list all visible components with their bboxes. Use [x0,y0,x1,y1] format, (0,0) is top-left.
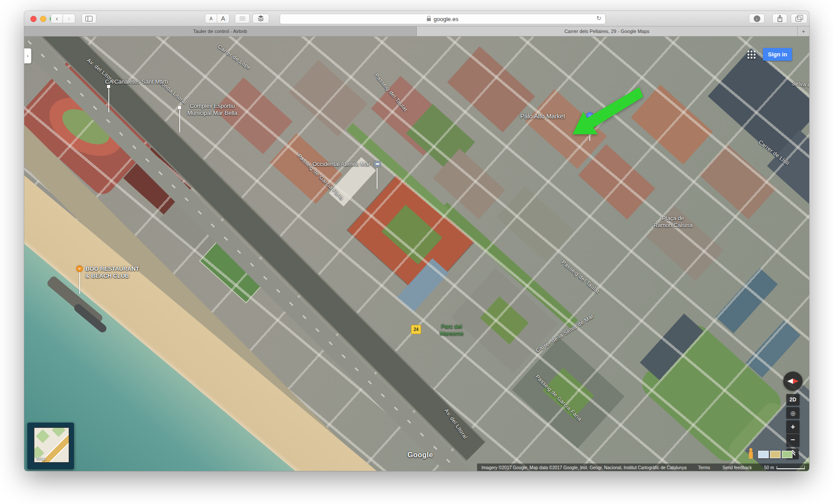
close-window-button[interactable] [30,16,37,22]
map-toggle-label: Map [37,456,46,461]
panel-expander-button[interactable]: › [24,48,31,63]
google-apps-button[interactable] [746,49,757,60]
layers-stack-icon [258,15,264,22]
ca-canaletes-marker-stick [108,88,109,112]
downloads-button[interactable]: ↓ [749,14,765,23]
zoom-in-button[interactable]: + [786,421,800,434]
apps-grid-icon [751,54,752,55]
tab-google-maps-title: Carrer dels Pellaires, 29 - Google Maps [564,29,649,34]
boo-restaurant-pin[interactable]: Ψ [76,265,83,272]
apps-grid-icon [754,51,755,52]
apps-grid-icon [748,57,749,59]
poi-label-ca-canaletes[interactable]: CA Canaletes Sant Martí [105,78,168,85]
imagery-thumbnail-map[interactable] [782,451,792,458]
complex-esportiu-line1: Complex Esportiu [190,103,235,109]
poi-label-complex-esportiu[interactable]: Complex Esportiu Municipal Mar Bella [187,103,237,117]
parc-line1: Parc del [441,323,462,330]
apps-grid-icon [754,54,755,55]
imagery-thumbnail-terrain[interactable] [770,451,781,458]
smaller-text-button[interactable]: A [205,14,217,23]
tab-overview-button[interactable] [791,14,807,23]
tab-airbnb[interactable]: Tauler de control - Airbnb [24,26,417,36]
share-icon [777,15,783,22]
route-badge-24: 24 [411,325,421,334]
boo-line1: BOO RESTAURANT [85,265,139,272]
placa-line2: Ramon Calsina [654,222,693,228]
route-badge-number: 24 [414,327,418,332]
history-nav: ‹ › [51,14,75,23]
sign-in-label: Sign in [768,51,787,58]
apps-grid-icon [751,57,752,59]
2d-label: 2D [789,397,796,403]
poi-label-placa-ramon-calsina: Plaça de Ramon Calsina [654,215,693,229]
larger-text-label: A [221,15,225,22]
map-thumb-park-block [36,429,49,443]
parc-line2: Maresme [440,330,463,337]
boo-restaurant-group[interactable]: Ψ BOO RESTAURANT & BEACH CLUB [76,265,139,294]
new-tab-icon: + [802,28,805,35]
apps-grid-icon [754,57,755,59]
my-location-button[interactable]: ◎ [786,407,800,419]
pegman-control[interactable] [749,451,753,459]
compass-control[interactable] [783,372,803,391]
my-location-icon: ◎ [790,410,795,416]
send-feedback-link[interactable]: Send feedback [722,465,752,470]
satellite-map-canvas[interactable]: Av. del Litoral Carrer de Lope Ronda Lit… [24,37,809,471]
apps-grid-icon [748,51,749,52]
poi-label-palo-alto-market[interactable]: Palo Alto Market [520,113,565,121]
zoom-out-button[interactable]: − [786,434,800,447]
sidebar-button[interactable] [81,14,96,23]
sign-in-button[interactable]: Sign in [763,48,792,61]
browser-toolbar: ‹ › A A google.es ↻ ↓ [24,11,809,26]
muted-toolbar-button[interactable] [235,14,250,23]
forward-button[interactable]: › [63,14,75,23]
font-size-control: A A [205,14,230,23]
poi-label-boo-restaurant: BOO RESTAURANT & BEACH CLUB [85,265,139,294]
safari-window: ‹ › A A google.es ↻ ↓ [24,11,809,471]
imagery-thumbnail-sky[interactable] [758,451,769,458]
apps-grid-icon [748,54,749,55]
2d-toggle-button[interactable]: 2D [786,394,800,405]
zoom-control: + − [786,420,800,447]
ca-canaletes-marker[interactable] [107,85,110,88]
map-type-toggle[interactable]: Map [33,427,70,463]
placa-line1: Plaça de [662,215,685,221]
google-watermark: Google [407,451,433,460]
apps-grid-icon [751,51,752,52]
stacks-button[interactable] [252,14,269,23]
boo-line2: & BEACH CLUB [85,272,129,279]
complex-esportiu-line2: Municipal Mar Bella [187,110,237,116]
reload-icon[interactable]: ↻ [596,15,601,22]
complex-esportiu-marker[interactable] [178,106,181,109]
bed-icon [376,163,379,165]
larger-text-button[interactable]: A [217,14,230,23]
occidental-pin-stick [377,168,378,189]
share-button[interactable] [772,14,787,23]
new-tab-button[interactable]: + [797,26,809,36]
occidental-hotel-pin[interactable] [374,161,381,167]
poi-label-occidental-atenea[interactable]: Occidental Atenea Mar [312,161,370,168]
scale-label: 50 m [764,465,774,470]
back-icon: ‹ [56,15,58,22]
attribution-bar: Imagery ©2017 Google, Map data ©2017 Goo… [477,464,809,471]
topsites-grid-icon [240,16,245,21]
tab-bar: Tauler de control - Airbnb Carrer dels P… [24,26,809,37]
https-lock-icon [427,18,431,21]
minimize-window-button[interactable] [40,16,46,22]
tab-google-maps[interactable]: Carrer dels Pellaires, 29 - Google Maps [417,26,798,36]
smaller-text-label: A [210,16,213,21]
address-bar[interactable]: google.es ↻ [280,14,606,24]
terms-link[interactable]: Terms [698,465,710,470]
tab-airbnb-title: Tauler de control - Airbnb [193,29,247,34]
scale-bar [777,466,805,469]
attribution-text: Imagery ©2017 Google, Map data ©2017 Goo… [481,465,687,470]
back-button[interactable]: ‹ [51,14,63,23]
tab-overview-icon [796,17,801,22]
url-text: google.es [433,16,458,22]
boo-pin-column: Ψ [76,265,83,294]
expander-chevron-icon: › [27,53,29,59]
green-annotation-arrow [568,86,645,140]
desktop: ‹ › A A google.es ↻ ↓ [0,0,833,504]
compass-needle-north [793,379,799,384]
poi-label-parc-maresme: Parc del Maresme [440,323,463,338]
